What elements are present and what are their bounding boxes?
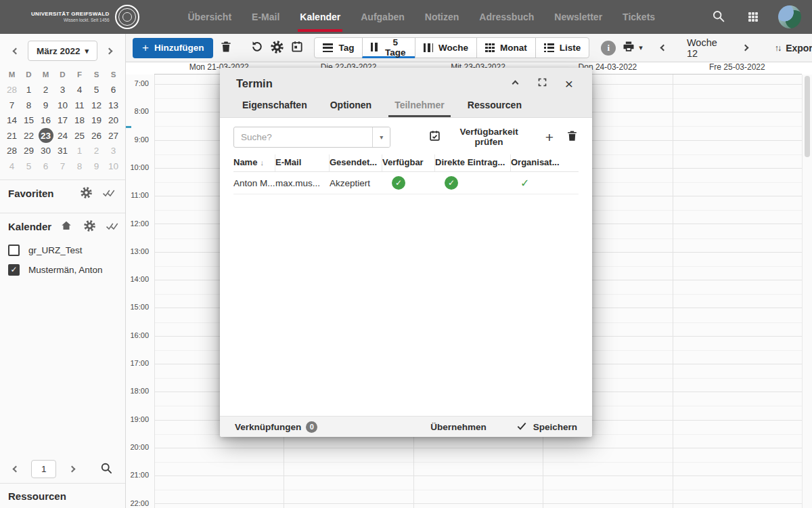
check-availability-button[interactable]: Verfügbarkeit prüfen xyxy=(428,127,530,147)
minical-day[interactable]: 13 xyxy=(105,98,122,113)
attendee-row[interactable]: Anton M...max.mus...Akzeptiert✓✓✓ xyxy=(233,172,579,194)
calendar-list-item[interactable]: ✓Mustermän, Anton xyxy=(0,260,125,280)
links-button[interactable]: Verknüpfungen 0 xyxy=(235,421,317,433)
nav-item-bersicht[interactable]: Übersicht xyxy=(188,0,232,34)
minical-day[interactable]: 6 xyxy=(105,83,122,98)
minical-day[interactable]: 3 xyxy=(54,83,71,98)
column-header-direkteeintrag[interactable]: Direkte Eintrag... xyxy=(435,154,511,171)
info-button[interactable]: i xyxy=(601,38,616,58)
column-header-gesendet[interactable]: Gesendet... xyxy=(330,154,382,171)
dialog-close-button[interactable]: × xyxy=(562,77,576,90)
attendee-search-input[interactable] xyxy=(234,127,372,147)
calendars-settings-button[interactable] xyxy=(81,217,97,237)
previous-week-button[interactable] xyxy=(658,38,669,58)
global-search-button[interactable] xyxy=(708,7,728,27)
scrollbar-thumb[interactable] xyxy=(805,76,810,157)
minical-day[interactable]: 22 xyxy=(20,128,37,144)
dialog-tab-teilnehmer[interactable]: Teilnehmer xyxy=(388,100,451,117)
minical-day[interactable]: 2 xyxy=(37,83,54,98)
minical-day[interactable]: 14 xyxy=(3,113,20,129)
calendars-select-all-button[interactable] xyxy=(104,217,120,237)
view-button-monat[interactable]: Monat xyxy=(476,37,536,58)
minical-day[interactable]: 19 xyxy=(88,113,105,129)
minical-day[interactable]: 9 xyxy=(37,98,54,113)
minical-day[interactable]: 4 xyxy=(71,83,88,98)
next-week-button[interactable] xyxy=(740,38,750,58)
column-header-email[interactable]: E-Mail xyxy=(275,154,330,171)
view-button-tag[interactable]: Tag xyxy=(314,37,363,58)
minical-next-month-button[interactable] xyxy=(99,41,120,61)
column-header-name[interactable]: Name↓ xyxy=(233,154,275,171)
nav-item-email[interactable]: E-Mail xyxy=(252,0,279,34)
pager-prev-button[interactable] xyxy=(9,459,22,479)
view-button-woche[interactable]: Woche xyxy=(415,37,477,58)
dialog-tab-optionen[interactable]: Optionen xyxy=(324,100,378,117)
minical-day[interactable]: 27 xyxy=(105,128,122,144)
calendar-checkbox[interactable] xyxy=(8,245,20,256)
favorites-settings-button[interactable] xyxy=(78,184,94,204)
apply-button[interactable]: Übernehmen xyxy=(430,422,487,432)
minical-day[interactable]: 28 xyxy=(3,144,20,159)
minical-day[interactable]: 24 xyxy=(54,128,71,144)
minical-day[interactable]: 31 xyxy=(54,144,71,159)
add-attendee-button[interactable]: + xyxy=(545,130,554,144)
nav-item-kalender[interactable]: Kalender xyxy=(300,0,340,34)
user-avatar[interactable] xyxy=(778,5,801,28)
minical-day[interactable]: 28 xyxy=(3,83,20,98)
column-header-organisat[interactable]: Organisat... xyxy=(511,154,579,171)
view-button-liste[interactable]: Liste xyxy=(535,37,590,58)
minical-day[interactable]: 4 xyxy=(3,158,20,174)
minical-day[interactable]: 5 xyxy=(88,83,105,98)
refresh-button[interactable] xyxy=(250,38,264,58)
minical-day[interactable]: 20 xyxy=(105,113,122,129)
minical-day[interactable]: 8 xyxy=(20,98,37,113)
minical-day[interactable]: 18 xyxy=(71,113,88,129)
minical-day[interactable]: 8 xyxy=(71,158,88,174)
minical-day[interactable]: 29 xyxy=(20,144,37,159)
save-button[interactable]: Speichern xyxy=(516,421,577,433)
add-event-button[interactable]: + Hinzufügen xyxy=(133,38,213,58)
calendars-home-button[interactable] xyxy=(58,217,74,237)
page-number-box[interactable]: 1 xyxy=(31,460,56,478)
minical-day[interactable]: 3 xyxy=(105,144,122,159)
minical-day[interactable]: 10 xyxy=(54,98,71,113)
minical-day[interactable]: 7 xyxy=(3,98,20,113)
column-header-verfgbar[interactable]: Verfügbar xyxy=(382,154,435,171)
nav-item-notizen[interactable]: Notizen xyxy=(425,0,459,34)
remove-attendee-button[interactable] xyxy=(566,129,579,144)
dialog-collapse-button[interactable] xyxy=(508,77,522,90)
nav-item-adressbuch[interactable]: Adressbuch xyxy=(479,0,534,34)
minical-day[interactable]: 21 xyxy=(3,128,20,144)
minical-day[interactable]: 15 xyxy=(20,113,37,129)
minical-day[interactable]: 1 xyxy=(20,83,37,98)
minical-day[interactable]: 16 xyxy=(37,113,54,129)
settings-button[interactable] xyxy=(270,38,284,58)
pager-next-button[interactable] xyxy=(66,459,78,479)
minical-day[interactable]: 6 xyxy=(37,158,54,174)
nav-item-tickets[interactable]: Tickets xyxy=(623,0,655,34)
minical-day[interactable]: 10 xyxy=(105,158,122,174)
dialog-maximize-button[interactable] xyxy=(535,77,549,90)
minical-day[interactable]: 11 xyxy=(71,98,88,113)
vertical-scrollbar[interactable] xyxy=(802,75,812,508)
calendar-checkbox[interactable]: ✓ xyxy=(8,264,20,276)
sidebar-search-button[interactable] xyxy=(97,459,116,479)
minical-day[interactable]: 12 xyxy=(88,98,105,113)
goto-today-button[interactable] xyxy=(290,38,304,58)
minical-day[interactable]: 30 xyxy=(37,144,54,159)
print-button[interactable]: ▾ xyxy=(622,38,643,58)
minical-month-selector[interactable]: März 2022 ▾ xyxy=(28,41,97,61)
minical-day[interactable]: 25 xyxy=(71,128,88,144)
minical-day[interactable]: 7 xyxy=(54,158,71,174)
favorites-select-all-button[interactable] xyxy=(101,184,117,204)
minical-day[interactable]: 5 xyxy=(20,158,37,174)
dialog-tab-ressourcen[interactable]: Ressourcen xyxy=(461,100,528,117)
minical-day[interactable]: 1 xyxy=(71,144,88,159)
minical-day[interactable]: 9 xyxy=(88,158,105,174)
minical-day[interactable]: 17 xyxy=(54,113,71,129)
dialog-tab-eigenschaften[interactable]: Eigenschaften xyxy=(236,100,313,117)
minical-day[interactable]: 26 xyxy=(88,128,105,144)
calendar-list-item[interactable]: gr_URZ_Test xyxy=(0,240,125,260)
minical-day[interactable]: 2 xyxy=(88,144,105,159)
minical-day[interactable]: 23 xyxy=(37,128,54,144)
